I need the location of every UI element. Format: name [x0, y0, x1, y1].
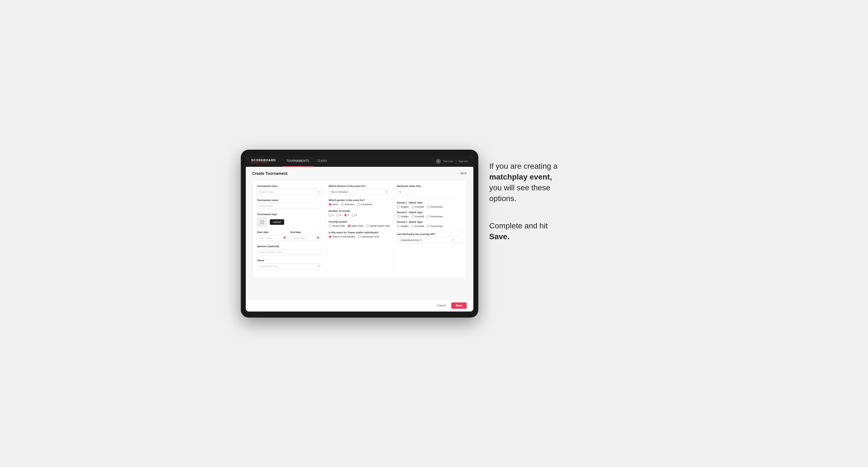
gender-combined-label: Combined	[361, 203, 372, 206]
cancel-button[interactable]: Cancel	[434, 303, 448, 309]
gender-group: Which gender is the event for? Mens Wome…	[329, 199, 390, 206]
scoring-match[interactable]: Match Play	[348, 224, 364, 227]
main-content: Create Tournament ← Back Tournament Host…	[246, 167, 473, 299]
round3-fourball-label: Fourball	[415, 225, 424, 227]
round3-singles[interactable]: Singles	[397, 225, 409, 227]
page-header: Create Tournament ← Back	[252, 171, 467, 176]
round2-fourball[interactable]: Fourball	[411, 215, 424, 218]
gender-womens[interactable]: Womens	[341, 203, 354, 206]
gender-mens-radio[interactable]	[329, 203, 332, 206]
round1-foursomes[interactable]: Foursomes	[427, 206, 443, 208]
save-button[interactable]: Save	[451, 302, 466, 309]
division-wrapper: NCAA Division I NCAA Division II NCAA Di…	[329, 189, 390, 195]
rounds-group: Number of rounds 1 2	[329, 210, 390, 217]
nav-teams[interactable]: TEAMS	[313, 156, 331, 167]
round2-singles[interactable]: Singles	[397, 215, 409, 218]
api-dropdown-icon: ▼	[452, 239, 454, 241]
round3-foursomes[interactable]: Foursomes	[427, 225, 443, 227]
start-date-wrapper: 📅	[257, 235, 288, 241]
tournament-logo-label: Tournament logo	[257, 213, 322, 216]
avatar: T	[436, 159, 441, 164]
round-4[interactable]: 4	[352, 214, 357, 217]
round3-fourball[interactable]: Fourball	[411, 225, 424, 227]
form-footer: Cancel Save	[246, 299, 473, 312]
round1-singles-label: Singles	[400, 206, 409, 208]
gender-combined[interactable]: Combined	[357, 203, 372, 206]
tournament-name-input[interactable]	[257, 203, 322, 209]
round-2-radio[interactable]	[336, 214, 339, 217]
api-label: Use third-party live scoring API?	[397, 233, 462, 236]
round3-match-type: Round 3 - Match Type Singles Fourball	[397, 221, 462, 227]
round2-foursomes[interactable]: Foursomes	[427, 215, 443, 218]
teams-radio[interactable]	[329, 235, 332, 238]
round-1-radio[interactable]	[329, 214, 332, 217]
venue-input[interactable]	[257, 263, 322, 269]
api-tag: Leaderboard King ✕	[399, 239, 423, 242]
round-4-radio[interactable]	[352, 214, 354, 217]
scoring-medal-radio[interactable]	[366, 224, 369, 227]
brand-logo: SCOREBOARD Powered by clippit	[251, 159, 276, 163]
outer-wrapper: SCOREBOARD Powered by clippit TOURNAMENT…	[241, 150, 627, 318]
svg-point-1	[261, 221, 261, 221]
round1-foursomes-radio[interactable]	[427, 206, 429, 208]
scoring-match-radio[interactable]	[348, 224, 350, 227]
annotation-top-text1: If you are creating a	[489, 162, 558, 170]
round1-fourball-radio[interactable]	[411, 206, 414, 208]
round-2-label: 2	[340, 214, 341, 217]
round3-label: Round 3 - Match Type	[397, 221, 462, 223]
calendar-end-icon: 📅	[316, 237, 319, 240]
signout-link[interactable]: Sign out	[459, 160, 468, 163]
tournament-name-label: Tournament name	[257, 199, 322, 201]
round2-fourball-radio[interactable]	[411, 215, 414, 218]
gender-mens[interactable]: Mens	[329, 203, 338, 206]
api-select-wrapper[interactable]: Leaderboard King ✕ ▼	[397, 237, 462, 243]
rounds-label: Number of rounds	[329, 210, 390, 212]
round2-foursomes-radio[interactable]	[427, 215, 429, 218]
round2-singles-radio[interactable]	[397, 215, 400, 218]
max-team-size-input[interactable]	[397, 189, 413, 195]
round1-singles-radio[interactable]	[397, 206, 400, 208]
round1-singles[interactable]: Singles	[397, 206, 409, 208]
tournament-logo-group: Tournament logo Upload	[257, 213, 322, 227]
venue-label: Venue	[257, 259, 322, 262]
max-team-size-label: Maximum Team Size	[397, 185, 462, 188]
gender-womens-radio[interactable]	[341, 203, 344, 206]
api-group: Use third-party live scoring API? Leader…	[397, 233, 462, 243]
individuals-option[interactable]: Individuals Only	[358, 235, 379, 238]
api-tag-close-icon[interactable]: ✕	[420, 239, 422, 241]
start-date-label: Start date	[257, 231, 288, 234]
round3-fourball-radio[interactable]	[411, 225, 414, 227]
tournament-name-group: Tournament name	[257, 199, 322, 209]
round-3-label: 3	[348, 214, 349, 217]
navbar: SCOREBOARD Powered by clippit TOURNAMENT…	[246, 156, 473, 167]
upload-button[interactable]: Upload	[270, 219, 284, 225]
round-1[interactable]: 1	[329, 214, 334, 217]
scoring-stroke[interactable]: Stroke Play	[329, 224, 345, 227]
sponsor-input[interactable]	[257, 249, 322, 255]
round1-fourball[interactable]: Fourball	[411, 206, 424, 208]
scoring-medal[interactable]: Medal Match Play	[366, 224, 390, 227]
round3-singles-radio[interactable]	[397, 225, 400, 227]
teams-option[interactable]: Teams (+Individuals)	[329, 235, 355, 238]
round2-label: Round 2 - Match Type	[397, 211, 462, 214]
round2-fourball-label: Fourball	[415, 215, 424, 218]
form-col-1: Tournament Host ▼ Tournament name Tourna	[257, 185, 325, 273]
round-2[interactable]: 2	[336, 214, 341, 217]
form-grid: Tournament Host ▼ Tournament name Tourna	[252, 180, 467, 278]
individuals-radio[interactable]	[358, 235, 361, 238]
round1-label: Round 1 - Match Type	[397, 201, 462, 204]
tablet-device: SCOREBOARD Powered by clippit TOURNAMENT…	[241, 150, 478, 318]
round3-foursomes-radio[interactable]	[427, 225, 429, 227]
gender-combined-radio[interactable]	[357, 203, 360, 206]
tournament-host-input[interactable]	[257, 189, 322, 195]
round-3-radio[interactable]	[344, 214, 347, 217]
back-button[interactable]: ← Back	[457, 172, 466, 175]
division-select[interactable]: NCAA Division I NCAA Division II NCAA Di…	[329, 189, 390, 195]
powered-by-text: Powered by clippit	[251, 162, 276, 163]
round2-radio-group: Singles Fourball Foursomes	[397, 215, 462, 218]
scoring-stroke-radio[interactable]	[329, 224, 332, 227]
round-3[interactable]: 3	[344, 214, 349, 217]
annotation-top-text2: you will see these options.	[489, 183, 550, 203]
user-name: Test User	[443, 160, 454, 163]
nav-tournaments[interactable]: TOURNAMENTS	[282, 156, 313, 167]
